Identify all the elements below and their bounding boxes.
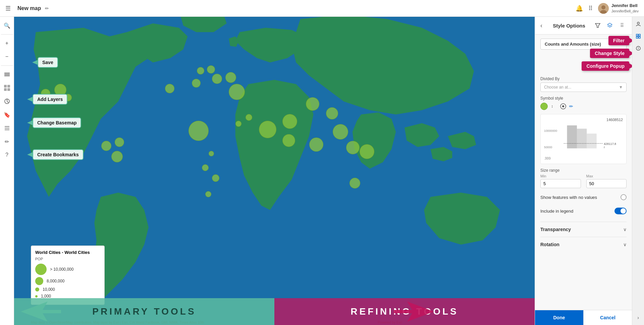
- style-panel-body: Counts and Amounts (size) Filter Change …: [535, 35, 632, 310]
- sidebar-basemap[interactable]: [1, 82, 13, 94]
- svg-rect-8: [4, 88, 7, 91]
- include-legend-label: Include in legend: [540, 209, 573, 214]
- sidebar-list[interactable]: [1, 122, 13, 134]
- symbol-circle[interactable]: [540, 103, 548, 110]
- collapse-icon[interactable]: ›: [634, 313, 643, 322]
- far-icon-2[interactable]: [634, 32, 643, 41]
- size-range-min-group: Min: [540, 174, 581, 188]
- svg-point-20: [562, 105, 564, 107]
- sidebar-bookmark[interactable]: 🔖: [1, 109, 13, 121]
- right-panel-footer: Done Cancel: [535, 310, 632, 325]
- right-panel-wrapper: ‹ Style Options ⠿ Counts and A: [535, 17, 644, 325]
- sidebar-search[interactable]: 🔍: [1, 19, 13, 32]
- legend-panel: World Cities - World Cities POP > 10,000…: [31, 246, 105, 305]
- save-tooltip[interactable]: Save: [38, 57, 58, 68]
- rotation-chevron: ∨: [623, 242, 627, 247]
- size-range-label: Size range: [540, 168, 627, 173]
- size-control-icon[interactable]: ↕: [550, 103, 557, 110]
- done-button[interactable]: Done: [535, 310, 583, 325]
- right-panel: ‹ Style Options ⠿ Counts and A: [535, 17, 632, 325]
- sidebar-zoom-in[interactable]: +: [1, 37, 13, 49]
- far-icon-1[interactable]: [634, 19, 643, 29]
- city-dot-baghdad: [246, 114, 252, 121]
- map-area[interactable]: Save Add Layers Change Basemap Create Bo…: [14, 17, 535, 325]
- include-legend-toggle[interactable]: [614, 208, 627, 214]
- symbol-style-row: ↕ ✏: [540, 103, 627, 110]
- svg-rect-23: [567, 125, 577, 149]
- add-layers-label: Add Layers: [37, 97, 63, 102]
- city-dot-riyadh: [235, 121, 241, 127]
- svg-marker-17: [595, 23, 600, 28]
- configure-popup-badge[interactable]: Configure Popup: [582, 61, 629, 71]
- cancel-button[interactable]: Cancel: [583, 310, 632, 325]
- legend-item-2: 8,000,000: [35, 277, 100, 285]
- size-min-input[interactable]: [540, 179, 581, 188]
- filter-badge[interactable]: Filter: [608, 36, 629, 45]
- sidebar-question[interactable]: ?: [1, 149, 13, 161]
- size-chart-bottom: .999: [544, 157, 623, 160]
- filter-panel-button[interactable]: [593, 21, 602, 30]
- layers-panel-button[interactable]: [605, 21, 614, 30]
- size-chart-svg: 10000000 50000 428117.8 r: [544, 122, 623, 155]
- transparency-label: Transparency: [540, 227, 571, 232]
- city-dot-saopaulo: [111, 151, 123, 162]
- sidebar-widget[interactable]: [1, 95, 13, 107]
- city-dot-berlin: [225, 72, 236, 83]
- legend-circle-3: [35, 287, 39, 291]
- rotation-row[interactable]: Rotation ∨: [540, 237, 627, 252]
- legend-label-1: > 10,000,000: [50, 267, 73, 272]
- sidebar-zoom-out[interactable]: −: [1, 51, 13, 63]
- svg-marker-15: [21, 302, 61, 322]
- primary-tools-bar: Primary Tools: [14, 298, 274, 325]
- legend-item-1: > 10,000,000: [35, 264, 100, 275]
- configure-popup-badge-arrow: [629, 63, 632, 69]
- back-button[interactable]: ‹: [540, 22, 542, 29]
- size-max-input[interactable]: [586, 179, 627, 188]
- show-features-toggle[interactable]: [621, 194, 627, 200]
- transparency-chevron: ∨: [623, 227, 627, 232]
- user-menu[interactable]: Jennifer Bell JenniferBell_dev: [598, 3, 639, 14]
- left-sidebar: 🔍 + − 🔖 ✏ ?: [0, 17, 14, 325]
- show-features-row: Show features with no values: [540, 192, 627, 202]
- change-basemap-tooltip[interactable]: Change Basemap: [33, 117, 81, 128]
- change-style-badge[interactable]: Change Style: [590, 49, 629, 58]
- svg-rect-7: [7, 85, 10, 88]
- svg-point-1: [601, 5, 605, 9]
- svg-rect-5: [4, 75, 10, 76]
- svg-rect-4: [4, 74, 10, 75]
- sidebar-pen[interactable]: ✏: [1, 136, 13, 148]
- size-max-label: Max: [586, 174, 627, 178]
- transparency-row[interactable]: Transparency ∨: [540, 222, 627, 237]
- settings-control-icon[interactable]: [560, 103, 567, 110]
- apps-icon[interactable]: ⠿: [588, 5, 593, 12]
- city-dot-madrid: [165, 84, 174, 93]
- svg-rect-24: [577, 129, 587, 149]
- right-panel-far-icons: ›: [632, 17, 644, 325]
- svg-rect-3: [4, 73, 10, 73]
- more-panel-button[interactable]: ⠿: [617, 21, 627, 30]
- city-dot-jakarta: [360, 144, 374, 159]
- user-name: Jennifer Bell: [611, 3, 639, 9]
- legend-circle-1: [35, 264, 47, 275]
- legend-circle-2: [35, 277, 43, 285]
- notifications-icon[interactable]: 🔔: [576, 5, 583, 12]
- create-bookmarks-tooltip[interactable]: Create Bookmarks: [33, 149, 84, 160]
- filter-badge-arrow: [629, 38, 632, 43]
- panel-title: Style Options: [545, 23, 593, 29]
- divided-by-select[interactable]: Choose an at... ▼: [540, 83, 627, 92]
- add-layers-tooltip[interactable]: Add Layers: [33, 94, 67, 105]
- svg-rect-6: [4, 85, 7, 88]
- topbar-left: ☰ New map ✏: [5, 5, 576, 12]
- divided-by-label: Divided By: [540, 76, 627, 81]
- far-icon-3[interactable]: [634, 44, 643, 53]
- hamburger-icon[interactable]: ☰: [5, 5, 11, 12]
- change-style-badge-arrow: [629, 51, 632, 56]
- edit-title-icon[interactable]: ✏: [45, 6, 49, 11]
- city-dot-rome: [192, 79, 201, 88]
- chart-bottom-label: .999: [544, 157, 550, 160]
- svg-text:50000: 50000: [544, 146, 552, 149]
- svg-rect-30: [636, 34, 638, 36]
- sidebar-layers[interactable]: [1, 68, 13, 80]
- symbol-edit-icon[interactable]: ✏: [569, 104, 573, 109]
- size-chart-area: 14608512 10000000 50000 428117.8 r: [540, 114, 627, 164]
